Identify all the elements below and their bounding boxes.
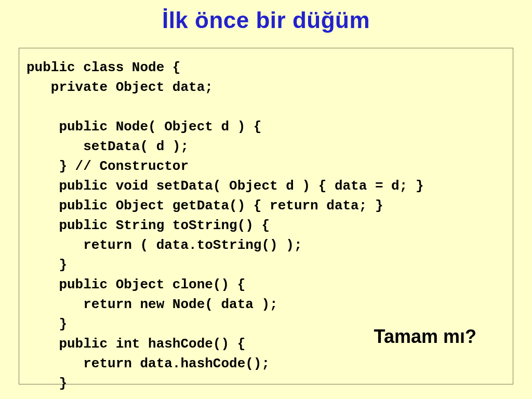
code-box: public class Node { private Object data;… bbox=[19, 48, 513, 384]
slide: İlk önce bir düğüm public class Node { p… bbox=[0, 0, 532, 399]
slide-title: İlk önce bir düğüm bbox=[0, 7, 532, 33]
question-label: Tamam mı? bbox=[374, 326, 476, 348]
